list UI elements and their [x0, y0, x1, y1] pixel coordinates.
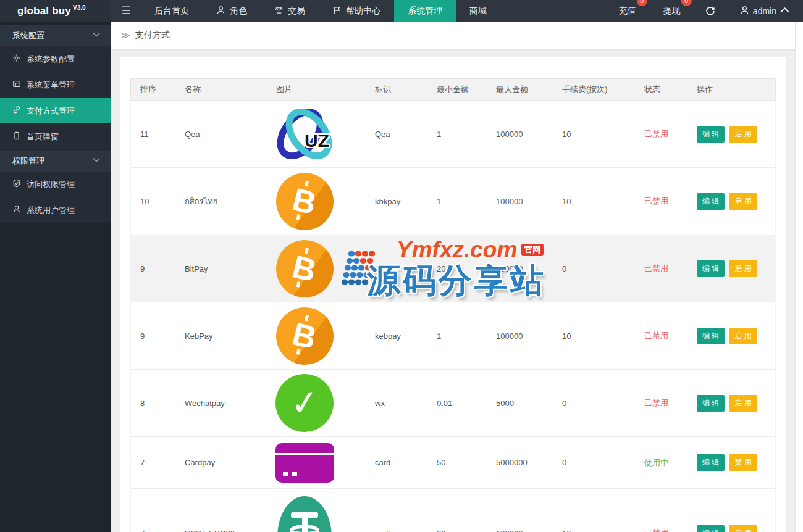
edit-button[interactable]: 编 辑: [697, 193, 725, 210]
cell-name: Cardpay: [175, 437, 267, 488]
enable-button[interactable]: 启 用: [729, 395, 757, 412]
breadcrumb: ≫ 支付方式: [111, 22, 803, 49]
cell-fee: 0: [553, 437, 635, 488]
cell-max: 100000: [487, 302, 553, 369]
nav-label: 帮助中心: [346, 6, 380, 17]
edit-button[interactable]: 编 辑: [697, 454, 725, 471]
nav-item-dashboard[interactable]: 后台首页: [141, 0, 203, 22]
cell-image: ✓: [267, 370, 366, 436]
cell-order: 8: [131, 370, 175, 436]
enable-button[interactable]: 启 用: [729, 525, 757, 532]
header-code: 标识: [366, 79, 427, 100]
cell-code: card: [366, 437, 427, 488]
sidebar-item-access-permissions[interactable]: 访问权限管理: [0, 172, 111, 197]
sidebar-item-system-params[interactable]: 系统参数配置: [0, 46, 111, 72]
enable-button[interactable]: 启 用: [729, 328, 757, 344]
scales-icon: [274, 6, 284, 17]
user-icon: [216, 6, 225, 17]
nav-label: 角色: [230, 6, 247, 17]
nav-item-mall[interactable]: 商城: [456, 0, 500, 22]
cell-order: 10: [131, 168, 175, 235]
sidebar-item-system-menus[interactable]: 系统菜单管理: [0, 72, 111, 98]
chevron-down-icon: [93, 31, 100, 40]
menu-icon: [12, 80, 21, 90]
table-row: 8 Wechatpay ✓ wx 0.01 5000 0 已禁用 编 辑 启 用: [130, 370, 776, 437]
cell-min: 0.01: [427, 370, 487, 436]
cell-min: 1: [427, 302, 487, 369]
cell-image: [267, 437, 366, 488]
sidebar-section-system-config[interactable]: 系统配置: [0, 25, 111, 46]
admin-menu[interactable]: admin: [726, 0, 803, 22]
page-title: 支付方式: [135, 30, 170, 41]
user-icon: [12, 205, 21, 215]
uz-logo-icon: UZ: [275, 104, 334, 164]
header-min-amount: 最小金额: [427, 79, 487, 100]
nav-item-roles[interactable]: 角色: [203, 0, 261, 22]
cell-min: 1: [427, 168, 487, 235]
sidebar-item-home-popup[interactable]: 首页弹窗: [0, 124, 111, 150]
cell-max: 5000000: [487, 437, 553, 488]
cell-min: 50: [427, 437, 487, 488]
hamburger-menu-icon[interactable]: ☰: [111, 0, 141, 22]
header-fee: 手续费(按次): [553, 79, 635, 100]
cell-actions: 编 辑 启 用: [687, 235, 775, 302]
enable-button[interactable]: 启 用: [729, 193, 757, 210]
table-row: 7 Cardpay card 50 5000000 0 使用中 编 辑 禁 用: [130, 437, 776, 489]
cell-code: wx: [366, 370, 427, 436]
edit-button[interactable]: 编 辑: [697, 126, 725, 143]
recharge-badge: 0: [637, 0, 647, 6]
status-badge: 已禁用: [635, 302, 687, 369]
bitcoin-icon: B: [276, 240, 334, 297]
disable-button[interactable]: 禁 用: [729, 454, 757, 471]
sidebar: 系统配置 系统参数配置 系统菜单管理 支付方式管理 首页弹窗 权限管理 访问权限…: [0, 22, 111, 532]
sidebar-item-label: 系统用户管理: [27, 205, 75, 216]
sidebar-item-label: 访问权限管理: [27, 179, 75, 190]
cell-fee: 0: [553, 235, 635, 302]
recharge-button[interactable]: 充值 0: [605, 0, 650, 22]
refresh-icon[interactable]: [694, 0, 726, 22]
brand-name: global buy: [17, 5, 71, 17]
bitcoin-icon: B: [276, 173, 334, 230]
cell-actions: 编 辑 禁 用: [687, 437, 775, 488]
sidebar-item-label: 首页弹窗: [27, 131, 59, 143]
topbar-right: 充值 0 提现 0 admin: [605, 0, 803, 22]
brand-logo: global buy V3.0: [0, 0, 111, 22]
cell-max: 100000: [487, 489, 553, 532]
edit-button[interactable]: 编 辑: [697, 525, 725, 532]
vertical-scrollbar[interactable]: [795, 22, 803, 532]
nav-item-system-management[interactable]: 系统管理: [394, 0, 456, 22]
edit-button[interactable]: 编 辑: [697, 328, 725, 344]
cell-min: 20: [427, 489, 487, 532]
sidebar-item-label: 系统菜单管理: [27, 80, 75, 91]
header-status: 状态: [635, 79, 687, 100]
nav-item-help-center[interactable]: 帮助中心: [319, 0, 394, 22]
wechat-icon: ✓: [275, 374, 334, 432]
cell-code: Qea: [366, 101, 427, 167]
sidebar-item-payment-methods[interactable]: 支付方式管理: [0, 98, 111, 124]
nav-label: 交易: [288, 6, 305, 17]
header-actions: 操作: [687, 79, 775, 100]
edit-button[interactable]: 编 辑: [697, 395, 725, 412]
mobile-icon: [12, 131, 21, 142]
cell-fee: 0: [553, 370, 635, 436]
edit-button[interactable]: 编 辑: [697, 260, 725, 277]
section-title: 系统配置: [12, 30, 44, 41]
admin-username: admin: [753, 6, 776, 16]
user-icon: [740, 6, 749, 17]
nav-label: 商城: [469, 6, 487, 17]
enable-button[interactable]: 启 用: [729, 126, 757, 143]
status-badge: 已禁用: [635, 370, 687, 436]
cell-image: B: [267, 235, 366, 302]
cell-order: 9: [131, 302, 175, 369]
header-name: 名称: [175, 79, 267, 100]
sidebar-section-permissions[interactable]: 权限管理: [0, 150, 111, 172]
status-badge: 已禁用: [635, 235, 687, 302]
nav-item-trade[interactable]: 交易: [261, 0, 319, 22]
sidebar-item-system-users[interactable]: 系统用户管理: [0, 197, 111, 223]
status-badge: 已禁用: [635, 168, 687, 235]
header-max-amount: 最大金额: [487, 79, 553, 100]
recharge-label: 充值: [619, 6, 636, 17]
enable-button[interactable]: 启 用: [729, 260, 757, 277]
cell-fee: 10: [553, 101, 635, 167]
withdraw-button[interactable]: 提现 0: [650, 0, 694, 22]
